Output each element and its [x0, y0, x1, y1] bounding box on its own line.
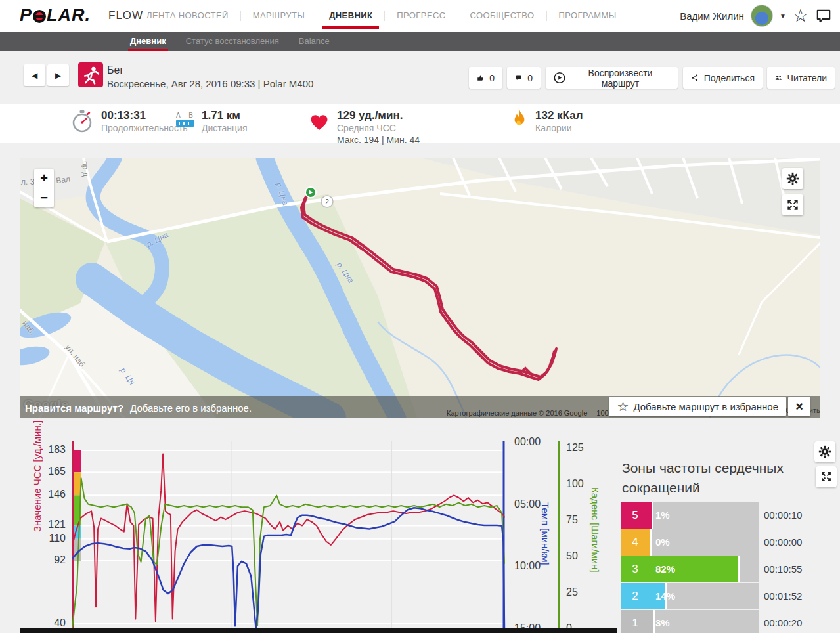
- route-start-marker: [305, 187, 316, 198]
- people-icon: [775, 73, 782, 83]
- zone-bar: 3%: [650, 610, 759, 633]
- cadence-tick-125: 125: [566, 442, 584, 454]
- followers-label: Читатели: [787, 73, 827, 83]
- calories-label: Калории: [535, 122, 583, 134]
- user-area: Вадим Жилин ▼ ☆: [680, 0, 832, 32]
- zone-number-chip: 5: [621, 502, 650, 529]
- distance-stat: АВ 1.71 км Дистанция: [176, 109, 248, 134]
- zoom-in-button[interactable]: +: [34, 169, 54, 188]
- cadence-tick-50: 50: [566, 550, 578, 562]
- zone-time: 00:01:52: [764, 583, 802, 609]
- activity-title: Бег: [107, 64, 123, 76]
- zone-percent: 14%: [655, 583, 675, 609]
- calories-value: 132 кКал: [535, 109, 583, 122]
- zone-percent: 1%: [655, 502, 670, 529]
- main-nav: ЛЕНТА НОВОСТЕЙМАРШРУТЫДНЕВНИКПРОГРЕСССОО…: [135, 0, 629, 32]
- avatar[interactable]: [751, 5, 773, 27]
- nav-item-feed[interactable]: ЛЕНТА НОВОСТЕЙ: [135, 0, 240, 32]
- polar-logo-text: PLAR.: [20, 5, 91, 26]
- zone-bar: 0%: [650, 529, 759, 556]
- map-fullscreen-button[interactable]: [782, 194, 803, 215]
- duration-label: Продолжительность: [101, 122, 188, 134]
- replay-route-button[interactable]: Воспроизвести маршрут: [546, 67, 678, 89]
- series-cadence: [72, 478, 504, 628]
- zone-time: 00:00:00: [764, 529, 802, 556]
- zone-bar-divider: [653, 610, 655, 633]
- street-label: л. З: [21, 177, 35, 186]
- activity-subtitle: Воскресенье, Авг 28, 2016 09:33 | Polar …: [107, 78, 313, 89]
- svg-text:2: 2: [325, 198, 329, 206]
- nav-item-community[interactable]: СООБЩЕСТВО: [458, 0, 546, 32]
- share-button[interactable]: Поделиться: [683, 67, 763, 89]
- user-name[interactable]: Вадим Жилин: [680, 11, 744, 22]
- subnav-item-balance[interactable]: Balance: [289, 32, 340, 51]
- share-icon: [691, 72, 699, 83]
- zone-number-chip: 3: [621, 556, 650, 582]
- followers-button[interactable]: Читатели: [767, 67, 835, 89]
- zone-time: 00:00:20: [764, 610, 802, 633]
- close-overlay-button[interactable]: ×: [788, 397, 810, 416]
- hr-tick-121: 121: [39, 519, 66, 531]
- distance-ruler-icon: АВ: [176, 109, 194, 134]
- messages-button[interactable]: [815, 7, 832, 24]
- nav-item-programs[interactable]: ПРОГРАММЫ: [547, 0, 629, 32]
- zone-time: 00:00:10: [764, 502, 802, 529]
- next-activity-button[interactable]: ▶: [47, 64, 69, 86]
- like-button[interactable]: 0: [469, 67, 502, 89]
- zone-time: 00:10:55: [764, 556, 802, 582]
- subnav-item-recovery-status[interactable]: Статус восстановления: [176, 32, 289, 51]
- pace-tick: 10:00: [514, 560, 541, 572]
- hr-zone-row-3: 382%: [621, 556, 759, 582]
- add-route-favorite-button[interactable]: ☆ Добавьте маршрут в избранное: [609, 397, 786, 416]
- zone-percent: 0%: [655, 529, 670, 556]
- chevron-down-icon[interactable]: ▼: [780, 12, 786, 20]
- stopwatch-icon: [70, 109, 94, 134]
- distance-value: 1.71 км: [202, 109, 248, 122]
- heart-rate-stat: 129 уд./мин. Средняя ЧСС Макс. 194 | Мин…: [309, 109, 420, 146]
- zone-bar-divider: [738, 556, 740, 582]
- play-icon: [554, 72, 565, 84]
- nav-item-routes[interactable]: МАРШРУТЫ: [241, 0, 317, 32]
- hr-tick-92: 92: [39, 554, 66, 566]
- hr-zone-row-5: 51%: [621, 502, 759, 529]
- running-sport-icon: [78, 62, 103, 87]
- share-label: Поделиться: [704, 73, 755, 83]
- gear-icon: [785, 171, 800, 186]
- cadence-axis-line: [558, 441, 560, 628]
- zones-settings-button[interactable]: [814, 441, 835, 462]
- like-count: 0: [489, 73, 495, 83]
- hr-tick-146: 146: [39, 489, 66, 500]
- zone-percent: 3%: [655, 610, 670, 633]
- favorites-button[interactable]: ☆: [793, 7, 808, 25]
- route-map[interactable]: 2 л. Зной Валпр-др. Цнар. Цнар. Цнанаб.у…: [20, 158, 820, 418]
- chart-scrollbar[interactable]: [20, 628, 617, 633]
- chat-icon: [815, 7, 832, 24]
- zone-bar: 14%: [650, 583, 759, 609]
- hr-minmax: Макс. 194 | Мин. 44: [337, 134, 420, 146]
- cadence-tick-75: 75: [566, 514, 578, 526]
- hr-zone-row-4: 40%: [621, 529, 759, 556]
- zone-bar-divider: [650, 529, 652, 556]
- map-settings-button[interactable]: [782, 168, 803, 189]
- star-icon: ☆: [793, 7, 808, 25]
- zones-fullscreen-button[interactable]: [816, 466, 837, 487]
- zone-bar-divider: [652, 502, 653, 529]
- nav-item-progress[interactable]: ПРОГРЕСС: [385, 0, 457, 32]
- star-icon: ☆: [617, 400, 629, 413]
- duration-value: 00:13:31: [101, 109, 188, 122]
- zoom-out-button[interactable]: −: [34, 188, 54, 207]
- flame-icon: [511, 109, 528, 131]
- calories-stat: 132 кКал Калории: [511, 109, 583, 134]
- polar-logo[interactable]: PLAR. FLOW: [20, 5, 143, 26]
- pace-tick: 00:00: [514, 436, 541, 448]
- km-2-marker: 2: [321, 196, 333, 207]
- hr-tick-183: 183: [39, 444, 66, 456]
- prev-activity-button[interactable]: ◀: [24, 64, 45, 86]
- fullscreen-icon: [786, 198, 799, 211]
- training-curves-chart[interactable]: [72, 441, 506, 628]
- gear-icon: [818, 445, 832, 459]
- logo-divider: [100, 7, 100, 24]
- subnav-item-diary[interactable]: Дневник: [120, 32, 176, 51]
- nav-item-diary[interactable]: ДНЕВНИК: [317, 0, 384, 32]
- comment-button[interactable]: 0: [507, 67, 541, 89]
